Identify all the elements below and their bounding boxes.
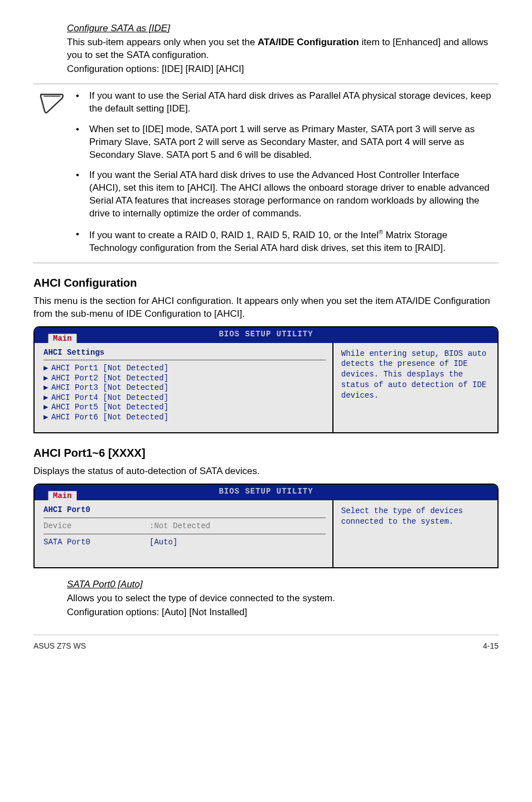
bios-row-label: AHCI Port6 [Not Detected] [51,413,168,422]
note-block: • If you want to use the Serial ATA hard… [33,84,499,263]
bios-title: BIOS SETUP UTILITY [35,329,497,340]
bios-left-pane: AHCI Port0 Device:Not Detected SATA Port… [35,500,332,567]
bullet-icon: • [72,169,89,220]
note-item: • If you want the Serial ATA hard disk d… [72,169,499,220]
note-item: • If you want to use the Serial ATA hard… [72,90,499,115]
text-fragment: This sub-item appears only when you set … [67,37,258,47]
divider [43,360,326,360]
bios-help-pane: Select the type of devices connected to … [332,500,497,567]
bios-row[interactable]: ▶AHCI Port6 [Not Detected] [43,413,326,423]
text-bold: ATA/IDE Configuration [258,37,359,47]
footer-product: ASUS Z7S WS [33,641,86,651]
note-text: When set to [IDE] mode, SATA port 1 will… [89,123,493,162]
note-text: If you want the Serial ATA hard disk dri… [89,169,493,220]
bios-field-value: :Not Detected [149,521,210,530]
bios-tab-main[interactable]: Main [48,491,77,500]
ahci-port-heading: AHCI Port1~6 [XXXX] [33,446,499,461]
bios-row[interactable]: ▶AHCI Port3 [Not Detected] [43,383,326,393]
chevron-right-icon: ▶ [43,403,51,413]
configure-sata-desc: This sub-item appears only when you set … [67,36,499,62]
bios-row[interactable]: SATA Port0[Auto] [43,538,326,548]
bios-row-label: AHCI Port2 [Not Detected] [51,374,168,383]
bios-body: AHCI Port0 Device:Not Detected SATA Port… [35,500,497,567]
ahci-configuration-desc: This menu is the section for AHCI config… [33,295,499,321]
bios-row[interactable]: ▶AHCI Port2 [Not Detected] [43,374,326,384]
bios-panel-ahci-port: BIOS SETUP UTILITY Main AHCI Port0 Devic… [33,484,499,568]
configure-sata-subtitle: Configure SATA as [IDE] [67,22,499,35]
registered-mark: ® [379,229,383,235]
bios-row[interactable]: ▶AHCI Port5 [Not Detected] [43,403,326,413]
bios-field-label: SATA Port0 [43,538,149,548]
bios-field-value: [Auto] [149,538,177,547]
ahci-port-desc: Displays the status of auto-detection of… [33,465,499,478]
sata-port0-options: Configuration options: [Auto] [Not Insta… [67,606,499,619]
divider [43,534,326,534]
bios-left-pane: AHCI Settings ▶AHCI Port1 [Not Detected]… [35,343,332,433]
sata-port0-desc: Allows you to select the type of device … [67,592,499,605]
note-text: If you want to create a RAID 0, RAID 1, … [89,228,493,255]
chevron-right-icon: ▶ [43,374,51,384]
note-icon [33,90,72,255]
note-item: • When set to [IDE] mode, SATA port 1 wi… [72,123,499,162]
bios-body: AHCI Settings ▶AHCI Port1 [Not Detected]… [35,343,497,433]
page-footer: ASUS Z7S WS 4-15 [33,635,499,651]
text-fragment: If you want to create a RAID 0, RAID 1, … [89,230,379,240]
ahci-configuration-heading: AHCI Configuration [33,276,499,291]
bullet-icon: • [72,228,89,255]
bios-titlebar: BIOS SETUP UTILITY Main [35,485,497,500]
note-text: If you want to use the Serial ATA hard d… [89,90,493,115]
bullet-icon: • [72,90,89,115]
chevron-right-icon: ▶ [43,383,51,393]
bios-row-label: AHCI Port5 [Not Detected] [51,403,168,412]
footer-page-number: 4-15 [483,641,499,651]
bios-title: BIOS SETUP UTILITY [35,486,497,497]
note-item: • If you want to create a RAID 0, RAID 1… [72,228,499,255]
spacer [43,547,326,557]
bios-section-heading: AHCI Port0 [43,505,326,515]
bios-help-text: While entering setup, BIOS auto detects … [341,349,490,401]
configure-sata-options: Configuration options: [IDE] [RAID] [AHC… [67,63,499,76]
chevron-right-icon: ▶ [43,413,51,423]
sata-port0-subtitle: SATA Port0 [Auto] [67,578,499,591]
bios-panel-ahci-settings: BIOS SETUP UTILITY Main AHCI Settings ▶A… [33,326,499,434]
chevron-right-icon: ▶ [43,364,51,374]
bios-row-readonly: Device:Not Detected [43,521,326,532]
bios-field-label: Device [43,521,149,532]
divider [43,518,326,518]
chevron-right-icon: ▶ [43,393,51,403]
bios-help-pane: While entering setup, BIOS auto detects … [332,343,497,433]
bullet-icon: • [72,123,89,162]
note-list: • If you want to use the Serial ATA hard… [72,90,499,255]
configure-sata-section: Configure SATA as [IDE] This sub-item ap… [67,22,499,76]
bios-help-text: Select the type of devices connected to … [341,506,490,527]
bios-tab-main[interactable]: Main [48,334,77,343]
bios-row[interactable]: ▶AHCI Port1 [Not Detected] [43,364,326,374]
sata-port0-section: SATA Port0 [Auto] Allows you to select t… [67,578,499,619]
bios-row-label: AHCI Port4 [Not Detected] [51,393,168,402]
bios-titlebar: BIOS SETUP UTILITY Main [35,327,497,343]
bios-row-label: AHCI Port1 [Not Detected] [51,364,168,373]
bios-row-label: AHCI Port3 [Not Detected] [51,383,168,392]
bios-row[interactable]: ▶AHCI Port4 [Not Detected] [43,393,326,403]
bios-section-heading: AHCI Settings [43,347,326,358]
